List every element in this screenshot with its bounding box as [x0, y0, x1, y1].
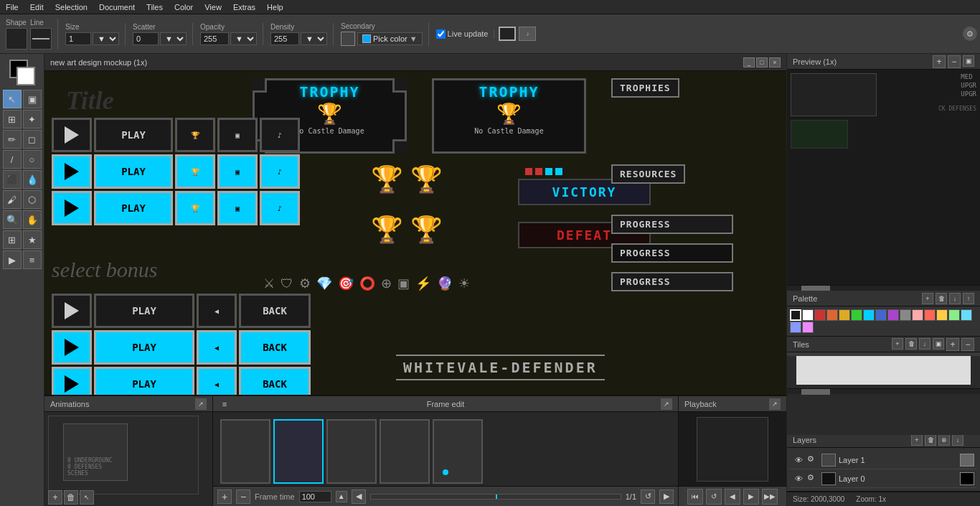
- canvas-minimize-btn[interactable]: _: [743, 57, 755, 67]
- tiles-scrollbar[interactable]: [787, 388, 980, 394]
- palette-color-14[interactable]: [961, 309, 972, 321]
- tiles-zoom-in[interactable]: +: [946, 338, 959, 351]
- menu-extras[interactable]: Extras: [227, 1, 261, 13]
- play-text-cyan-3[interactable]: PLAY: [94, 330, 194, 365]
- animations-content[interactable]: 0 UNDERGROUNC0 DEFENSESSCENES + 🗑 ↖: [44, 412, 212, 506]
- play-btn-cyan-3[interactable]: [52, 330, 92, 365]
- scatter-input[interactable]: [133, 32, 159, 45]
- pb-prev-btn[interactable]: ⏮: [687, 489, 703, 505]
- animations-expand-btn[interactable]: ↗: [195, 398, 207, 410]
- play-btn-cyan-2[interactable]: [52, 191, 92, 225]
- frame-scrubber[interactable]: [370, 494, 621, 500]
- next-frame-btn[interactable]: ▶: [659, 489, 674, 504]
- prev-frame-btn[interactable]: ◀: [352, 489, 366, 504]
- tool-eraser[interactable]: ◻: [23, 130, 42, 149]
- audio-btn-cyan-1[interactable]: ♪: [260, 154, 300, 189]
- layers-add-btn[interactable]: +: [911, 434, 923, 446]
- palette-color-7[interactable]: [875, 309, 887, 321]
- preview-settings-btn[interactable]: ▣: [963, 55, 974, 67]
- anim-add-btn[interactable]: +: [48, 490, 62, 505]
- tool-anim[interactable]: ▶: [3, 250, 22, 269]
- back-arrow-cyan-1[interactable]: ◀: [197, 330, 237, 365]
- palette-color-8[interactable]: [887, 309, 899, 321]
- line-preview[interactable]: [30, 28, 52, 50]
- layer-0-settings-btn[interactable]: ⚙: [807, 473, 819, 484]
- back-arrow-cyan-2[interactable]: ◀: [197, 367, 237, 395]
- palette-color-11[interactable]: [924, 309, 936, 321]
- menu-help[interactable]: Help: [261, 1, 289, 13]
- secondary-lock-icon[interactable]: [341, 32, 355, 46]
- preview-zoom-in[interactable]: +: [933, 55, 946, 68]
- menu-file[interactable]: File: [0, 1, 24, 13]
- tiles-delete-btn[interactable]: 🗑: [905, 338, 917, 350]
- play-btn-dark-2[interactable]: [52, 294, 92, 328]
- playback-expand-btn[interactable]: ↗: [769, 398, 781, 410]
- tool-line[interactable]: /: [3, 150, 22, 169]
- back-text-dark[interactable]: BACK: [239, 294, 311, 328]
- background-color[interactable]: [17, 67, 35, 85]
- palette-color-1[interactable]: [802, 309, 814, 321]
- tool-wand[interactable]: ✦: [23, 110, 42, 128]
- play-btn-cyan-4[interactable]: [52, 367, 92, 395]
- tool-select[interactable]: ↖: [3, 90, 22, 108]
- palette-color-10[interactable]: [912, 309, 923, 321]
- frameedit-expand-btn[interactable]: ↗: [661, 398, 672, 410]
- tiles-zoom-out[interactable]: −: [961, 338, 974, 351]
- frame-thumb-3[interactable]: [326, 419, 377, 484]
- settings-gear-icon[interactable]: ⚙: [963, 27, 977, 41]
- play-text-cyan-4[interactable]: PLAY: [94, 367, 194, 395]
- tool-crop[interactable]: ⊞: [3, 110, 22, 128]
- size-input[interactable]: [65, 32, 91, 45]
- palette-color-9[interactable]: [900, 309, 911, 321]
- layers-duplicate-btn[interactable]: ⊕: [938, 434, 950, 446]
- pb-play-btn[interactable]: ▶: [743, 489, 759, 505]
- opacity-select[interactable]: ▼: [230, 32, 257, 45]
- preview-scrollbar-h[interactable]: [787, 285, 980, 291]
- back-text-cyan-1[interactable]: BACK: [239, 330, 311, 365]
- play-btn-dark-1[interactable]: [52, 118, 92, 152]
- palette-delete-btn[interactable]: 🗑: [936, 293, 947, 304]
- live-update-checkbox[interactable]: Live update: [436, 29, 489, 39]
- palette-color-0[interactable]: [790, 309, 801, 321]
- zoom-in-btn[interactable]: +: [217, 489, 232, 504]
- tool-layers[interactable]: ≡: [23, 250, 42, 269]
- tool-paint[interactable]: 🖌: [3, 190, 22, 209]
- palette-color-15[interactable]: [790, 322, 801, 333]
- shape-preview[interactable]: [6, 28, 27, 50]
- layers-delete-btn[interactable]: 🗑: [925, 434, 936, 446]
- layer-1-visibility-btn[interactable]: 👁: [793, 454, 804, 466]
- tool-circle[interactable]: ○: [23, 150, 42, 169]
- frame-thumb-1[interactable]: [220, 419, 270, 484]
- tool-zoom[interactable]: 🔍: [3, 210, 22, 229]
- play-text-dark-1[interactable]: PLAY: [94, 118, 173, 152]
- tiles-view-btn[interactable]: ▣: [933, 338, 944, 350]
- tool-stamp[interactable]: ⬡: [23, 190, 42, 209]
- play-btn-cyan-1[interactable]: [52, 154, 92, 189]
- tiles-add-btn[interactable]: +: [892, 338, 903, 350]
- palette-color-6[interactable]: [863, 309, 875, 321]
- tool-grid[interactable]: ⊞: [3, 230, 22, 249]
- play-text-cyan-2[interactable]: PLAY: [94, 191, 173, 225]
- audio-icon[interactable]: ♪: [519, 27, 536, 41]
- menu-selection[interactable]: Selection: [50, 1, 93, 13]
- audio-btn-dark-1[interactable]: ♪: [260, 118, 300, 152]
- menu-document[interactable]: Document: [93, 1, 141, 13]
- trophy-btn-cyan-1[interactable]: 🏆: [175, 154, 215, 189]
- menu-tiles[interactable]: Tiles: [141, 1, 169, 13]
- anim-delete-btn[interactable]: 🗑: [64, 490, 78, 505]
- tool-fx[interactable]: ★: [23, 230, 42, 249]
- layers-expand-btn[interactable]: [966, 434, 974, 443]
- tool-pan[interactable]: ✋: [23, 210, 42, 229]
- tiles-preview[interactable]: [796, 356, 970, 385]
- tool-select2[interactable]: ▣: [23, 90, 42, 108]
- palette-import-btn[interactable]: ↓: [949, 293, 961, 304]
- palette-color-4[interactable]: [839, 309, 850, 321]
- tool-fill[interactable]: ⬛: [3, 170, 22, 189]
- settings-btn-cyan-2[interactable]: ▣: [217, 191, 258, 225]
- palette-color-5[interactable]: [851, 309, 862, 321]
- audio-btn-cyan-2[interactable]: ♪: [260, 191, 300, 225]
- preview-scrollbar-thumb[interactable]: [801, 286, 830, 291]
- frame-thumb-5[interactable]: [433, 419, 483, 484]
- settings-btn-dark-1[interactable]: ▣: [217, 118, 258, 152]
- canvas-close-btn[interactable]: ×: [769, 57, 781, 67]
